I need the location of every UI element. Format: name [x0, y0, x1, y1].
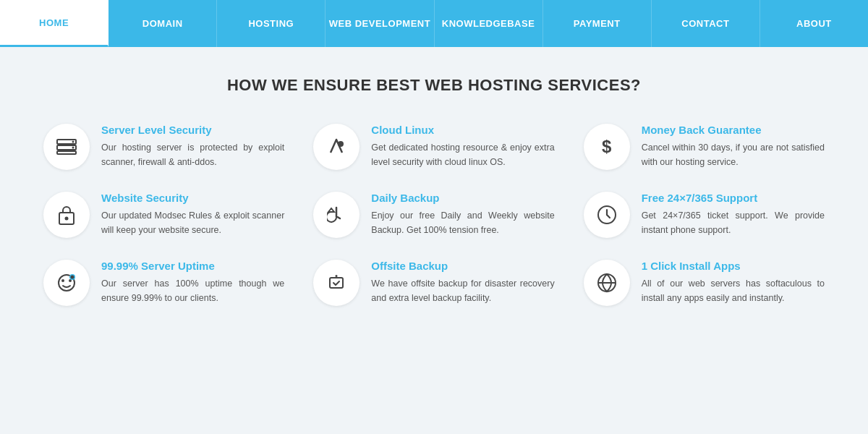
nav-item-webdev[interactable]: WEB DEVELOPMENT [326, 0, 434, 47]
cloud-linux-icon [313, 124, 359, 170]
feature-1click-title: 1 Click Install Apps [642, 260, 825, 272]
nav-item-payment[interactable]: PAYMENT [543, 0, 652, 47]
1click-icon [584, 260, 630, 306]
feature-cloud-linux-text: Cloud Linux Get dedicated hosting resour… [371, 124, 554, 169]
feature-uptime-text: 99.99% Server Uptime Our server has 100%… [101, 260, 284, 305]
nav-item-home[interactable]: HOME [0, 0, 109, 47]
nav-item-hosting[interactable]: HOSTING [217, 0, 326, 47]
feature-daily-backup-desc: Enjoy our free Daily and Weekly website … [371, 208, 554, 237]
feature-cloud-linux-desc: Get dedicated hosting resource & enjoy e… [371, 140, 554, 169]
feature-cloud-linux-title: Cloud Linux [371, 124, 554, 136]
feature-offsite-backup-desc: We have offsite backup for disaster reco… [371, 276, 554, 305]
support-icon [584, 192, 630, 238]
server-security-icon [43, 124, 90, 170]
svg-point-4 [72, 147, 75, 149]
svg-rect-2 [57, 151, 76, 154]
feature-cloud-linux: Cloud Linux Get dedicated hosting resour… [313, 124, 554, 170]
feature-daily-backup-text: Daily Backup Enjoy our free Daily and We… [371, 192, 554, 237]
svg-point-7 [65, 217, 69, 221]
feature-uptime-title: 99.99% Server Uptime [101, 260, 284, 272]
feature-money-back-text: Money Back Guarantee Cancel within 30 da… [642, 124, 825, 169]
svg-point-13 [71, 276, 75, 279]
feature-support-text: Free 24×7/365 Support Get 24×7/365 ticke… [642, 192, 825, 237]
feature-uptime-desc: Our server has 100% uptime though we ens… [101, 276, 284, 305]
features-grid: Server Level Security Our hosting server… [43, 124, 825, 306]
main-nav: HOME DOMAIN HOSTING WEB DEVELOPMENT KNOW… [0, 0, 868, 47]
feature-daily-backup: Daily Backup Enjoy our free Daily and We… [313, 192, 554, 238]
nav-item-about[interactable]: ABOUT [760, 0, 868, 47]
main-content: HOW WE ENSURE BEST WEB HOSTING SERVICES?… [0, 47, 868, 335]
feature-server-security-text: Server Level Security Our hosting server… [101, 124, 284, 169]
feature-uptime: 99.99% Server Uptime Our server has 100%… [43, 260, 284, 306]
feature-money-back-title: Money Back Guarantee [642, 124, 825, 136]
feature-offsite-backup-title: Offsite Backup [371, 260, 554, 272]
feature-support-title: Free 24×7/365 Support [642, 192, 825, 204]
feature-support: Free 24×7/365 Support Get 24×7/365 ticke… [584, 192, 825, 238]
svg-point-10 [61, 279, 64, 282]
feature-website-security-title: Website Security [101, 192, 284, 204]
feature-1click-text: 1 Click Install Apps All of our web serv… [642, 260, 825, 305]
feature-offsite-backup-text: Offsite Backup We have offsite backup fo… [371, 260, 554, 305]
svg-point-14 [336, 275, 338, 277]
feature-server-security-desc: Our hosting server is protected by explo… [101, 140, 284, 169]
feature-money-back-desc: Cancel within 30 days, if you are not sa… [642, 140, 825, 169]
uptime-icon [43, 260, 90, 306]
offsite-backup-icon [313, 260, 359, 306]
feature-support-desc: Get 24×7/365 ticket support. We provide … [642, 208, 825, 237]
feature-offsite-backup: Offsite Backup We have offsite backup fo… [313, 260, 554, 306]
nav-item-knowledgebase[interactable]: KNOWLEDGEBASE [435, 0, 543, 47]
feature-money-back: $ Money Back Guarantee Cancel within 30 … [584, 124, 825, 170]
feature-website-security-desc: Our updated Modsec Rules & exploit scann… [101, 208, 284, 237]
page-title: HOW WE ENSURE BEST WEB HOSTING SERVICES? [43, 76, 825, 95]
svg-point-3 [72, 141, 75, 143]
feature-1click: 1 Click Install Apps All of our web serv… [584, 260, 825, 306]
daily-backup-icon [313, 192, 359, 238]
feature-server-security: Server Level Security Our hosting server… [43, 124, 284, 170]
feature-server-security-title: Server Level Security [101, 124, 284, 136]
feature-daily-backup-title: Daily Backup [371, 192, 554, 204]
nav-item-domain[interactable]: DOMAIN [109, 0, 217, 47]
feature-1click-desc: All of our web servers has softaculous t… [642, 276, 825, 305]
feature-website-security-text: Website Security Our updated Modsec Rule… [101, 192, 284, 237]
feature-website-security: Website Security Our updated Modsec Rule… [43, 192, 284, 238]
nav-item-contact[interactable]: CONTACT [652, 0, 760, 47]
money-back-icon: $ [584, 124, 630, 170]
website-security-icon [43, 192, 90, 238]
svg-point-5 [338, 141, 344, 147]
